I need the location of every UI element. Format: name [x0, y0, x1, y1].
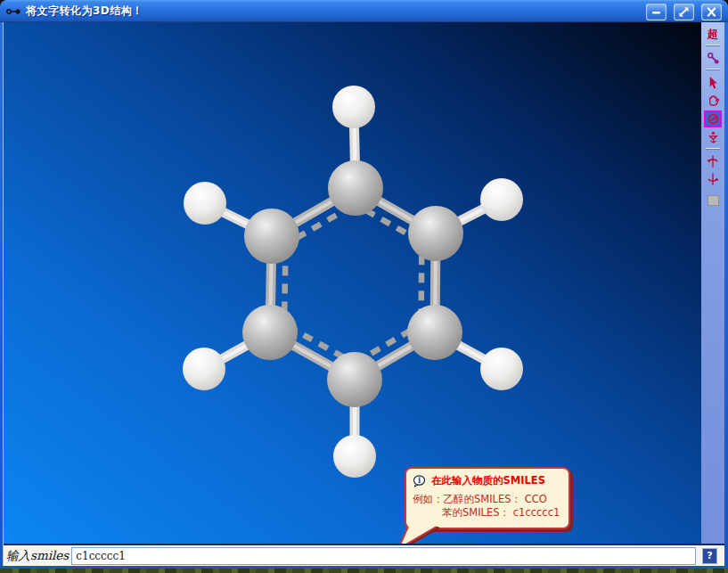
tooltip-tail — [395, 526, 439, 544]
color-swatch — [708, 195, 719, 206]
text-to-structure-button[interactable]: 超 — [704, 26, 722, 42]
smiles-input-bar: 输入smiles ? — [4, 544, 724, 566]
rotate-axis-down-button[interactable] — [704, 171, 722, 187]
toolbar-separator — [706, 148, 720, 149]
desktop-edge — [0, 569, 728, 573]
tooltip-line-1: 例如：乙醇的SMILES： CCO — [413, 493, 563, 506]
help-button[interactable]: ? — [702, 548, 717, 564]
toolbar-separator — [706, 69, 720, 70]
select-arrow-button[interactable] — [704, 74, 722, 90]
rotate-tool-button[interactable] — [704, 111, 722, 127]
cursor-icon — [707, 76, 720, 89]
info-icon: i — [413, 475, 427, 487]
close-icon — [706, 7, 717, 17]
viewport-left-edge — [3, 22, 4, 566]
title-bar[interactable]: 将文字转化为3D结构！ — [0, 0, 728, 22]
smiles-tooltip: i 在此输入物质的SMILES 例如：乙醇的SMILES： CCO 苯的SMIL… — [405, 467, 570, 529]
close-button[interactable] — [701, 4, 722, 20]
3d-viewport[interactable]: i 在此输入物质的SMILES 例如：乙醇的SMILES： CCO 苯的SMIL… — [4, 22, 701, 544]
molecule-svg — [4, 22, 701, 544]
bond-tool-button[interactable] — [704, 50, 722, 66]
restore-icon — [678, 7, 690, 17]
pan-hand-button[interactable] — [704, 92, 722, 108]
app-window: 将文字转化为3D结构！ — [0, 0, 728, 573]
bond-icon — [707, 52, 720, 65]
hand-icon — [707, 94, 720, 107]
window-title: 将文字转化为3D结构！ — [26, 4, 143, 19]
smiles-input[interactable] — [71, 547, 696, 565]
window-controls — [646, 4, 722, 20]
app-icon — [6, 4, 21, 18]
spin-icon — [707, 131, 720, 144]
rotate-icon — [707, 112, 720, 126]
tooltip-title: 在此输入物质的SMILES — [431, 474, 545, 487]
smiles-input-label: 输入smiles — [6, 548, 69, 564]
rotate-axis-up-icon — [707, 154, 719, 168]
minimize-icon — [650, 7, 662, 17]
spin-molecule-button[interactable] — [704, 129, 722, 145]
tooltip-line-2: 苯的SMILES： c1ccccc1 — [413, 506, 563, 520]
tool-palette: 超 — [701, 22, 724, 544]
restore-button[interactable] — [674, 4, 694, 20]
text-to-structure-icon: 超 — [708, 29, 718, 39]
toolbar-separator — [706, 45, 720, 45]
minimize-button[interactable] — [646, 4, 667, 20]
rotate-axis-down-icon — [707, 172, 719, 186]
rotate-axis-up-button[interactable] — [704, 153, 722, 169]
